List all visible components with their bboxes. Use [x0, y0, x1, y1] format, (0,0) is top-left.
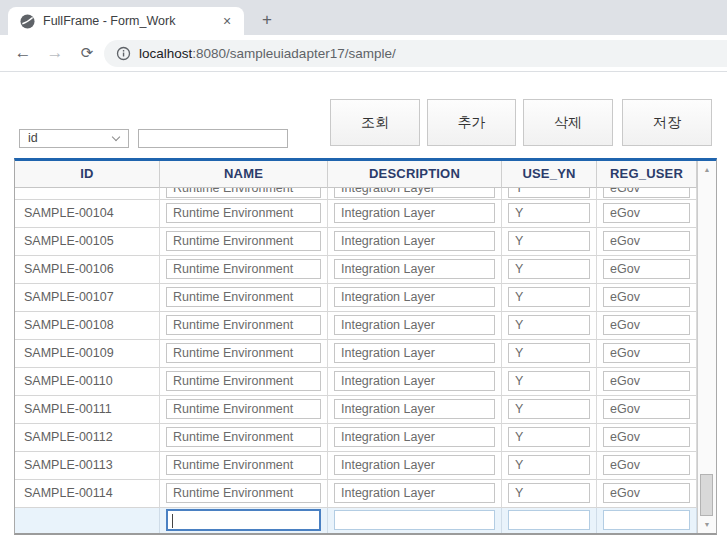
row-name-cell — [160, 396, 328, 424]
reg-user-input[interactable] — [603, 343, 690, 363]
new-description-input[interactable] — [334, 510, 495, 530]
description-input[interactable] — [334, 483, 495, 503]
description-input[interactable] — [334, 259, 495, 279]
row-id-cell — [15, 188, 160, 200]
name-input[interactable] — [166, 455, 321, 475]
name-input[interactable] — [166, 371, 321, 391]
name-input[interactable] — [166, 259, 321, 279]
reload-icon[interactable]: ⟳ — [74, 40, 100, 66]
row-description-cell — [328, 340, 502, 368]
row-id: SAMPLE-00106 — [15, 256, 159, 283]
new-row-id-cell[interactable] — [15, 508, 160, 533]
row-description-cell — [328, 480, 502, 508]
row-description-cell — [328, 396, 502, 424]
back-icon[interactable]: ← — [10, 40, 36, 66]
reg-user-input[interactable] — [603, 188, 690, 198]
use-yn-input[interactable] — [508, 287, 590, 307]
description-input[interactable] — [334, 231, 495, 251]
use-yn-input[interactable] — [508, 427, 590, 447]
description-input[interactable] — [334, 343, 495, 363]
use-yn-input[interactable] — [508, 315, 590, 335]
tab-close-icon[interactable]: × — [218, 13, 236, 29]
reg-user-input[interactable] — [603, 287, 690, 307]
scrollbar-thumb[interactable] — [700, 474, 713, 516]
name-input[interactable] — [166, 427, 321, 447]
table-row-partial — [15, 188, 697, 200]
row-id-cell: SAMPLE-00109 — [15, 340, 160, 368]
reg-user-input[interactable] — [603, 315, 690, 335]
column-header-name[interactable]: NAME — [160, 161, 328, 188]
name-input[interactable] — [166, 343, 321, 363]
reg-user-input[interactable] — [603, 399, 690, 419]
row-name-cell — [160, 424, 328, 452]
use-yn-input[interactable] — [508, 231, 590, 251]
delete-button[interactable]: 삭제 — [523, 99, 613, 146]
search-keyword-input[interactable] — [138, 129, 288, 148]
name-input[interactable] — [166, 203, 321, 223]
name-input[interactable] — [166, 188, 321, 198]
description-input[interactable] — [334, 188, 495, 198]
save-button[interactable]: 저장 — [622, 99, 712, 146]
description-input[interactable] — [334, 371, 495, 391]
scroll-down-icon[interactable]: ▼ — [698, 521, 716, 528]
reg-user-input[interactable] — [603, 259, 690, 279]
row-reg-user-cell — [597, 424, 697, 452]
use-yn-input[interactable] — [508, 483, 590, 503]
use-yn-input[interactable] — [508, 399, 590, 419]
row-description-cell — [328, 188, 502, 200]
name-input[interactable] — [166, 231, 321, 251]
info-icon[interactable] — [116, 46, 131, 61]
row-reg-user-cell — [597, 480, 697, 508]
row-use-yn-cell — [502, 284, 597, 312]
column-header-description[interactable]: DESCRIPTION — [328, 161, 502, 188]
text-caret — [172, 514, 173, 528]
url-text: localhost:8080/sampleuiadapter17/sample/ — [139, 46, 396, 61]
field-select[interactable]: id — [19, 129, 129, 148]
name-input[interactable] — [166, 315, 321, 335]
reg-user-input[interactable] — [603, 203, 690, 223]
search-button[interactable]: 조회 — [330, 99, 420, 146]
name-input[interactable] — [166, 399, 321, 419]
url-bar[interactable]: localhost:8080/sampleuiadapter17/sample/ — [104, 40, 727, 67]
use-yn-input[interactable] — [508, 455, 590, 475]
row-name-cell — [160, 284, 328, 312]
row-use-yn-cell — [502, 424, 597, 452]
add-button[interactable]: 추가 — [427, 99, 516, 146]
tab-fullframe[interactable]: FullFrame - Form_Work × — [8, 7, 244, 35]
reg-user-input[interactable] — [603, 371, 690, 391]
new-name-input[interactable] — [166, 509, 321, 531]
row-reg-user-cell — [597, 284, 697, 312]
description-input[interactable] — [334, 287, 495, 307]
use-yn-input[interactable] — [508, 188, 590, 198]
use-yn-input[interactable] — [508, 371, 590, 391]
row-use-yn-cell — [502, 228, 597, 256]
new-tab-button[interactable]: + — [254, 8, 280, 32]
description-input[interactable] — [334, 455, 495, 475]
description-input[interactable] — [334, 203, 495, 223]
row-id-cell: SAMPLE-00113 — [15, 452, 160, 480]
scroll-up-icon[interactable]: ▲ — [698, 166, 716, 173]
new-row-reg-user-cell — [597, 508, 697, 533]
name-input[interactable] — [166, 483, 321, 503]
name-input[interactable] — [166, 287, 321, 307]
new-reg-user-input[interactable] — [603, 510, 690, 530]
grid-scrollbar[interactable]: ▲ ▼ — [697, 161, 716, 533]
column-header-reg-user[interactable]: REG_USER — [597, 161, 697, 188]
column-header-use-yn[interactable]: USE_YN — [502, 161, 597, 188]
use-yn-input[interactable] — [508, 343, 590, 363]
use-yn-input[interactable] — [508, 259, 590, 279]
column-header-id[interactable]: ID — [15, 161, 160, 188]
new-use-yn-input[interactable] — [508, 510, 590, 530]
row-id: SAMPLE-00107 — [15, 284, 159, 311]
description-input[interactable] — [334, 315, 495, 335]
reg-user-input[interactable] — [603, 427, 690, 447]
description-input[interactable] — [334, 399, 495, 419]
row-reg-user-cell — [597, 256, 697, 284]
browser-window: FullFrame - Form_Work × + ← → ⟳ localhos… — [0, 0, 727, 545]
table-row: SAMPLE-00104 — [15, 200, 697, 228]
reg-user-input[interactable] — [603, 231, 690, 251]
reg-user-input[interactable] — [603, 483, 690, 503]
description-input[interactable] — [334, 427, 495, 447]
use-yn-input[interactable] — [508, 203, 590, 223]
reg-user-input[interactable] — [603, 455, 690, 475]
